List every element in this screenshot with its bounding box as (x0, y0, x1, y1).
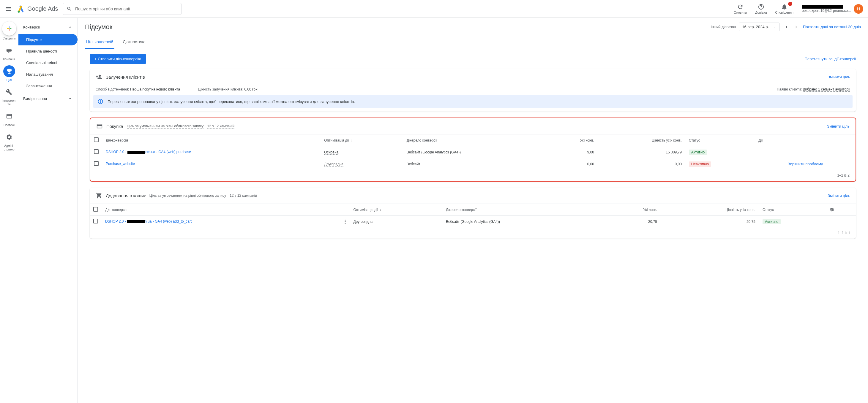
purchase-table: Дія-конверсія Оптимізація дії↓ Джерело к… (90, 134, 856, 170)
google-ads-icon (17, 5, 25, 13)
rail-admin[interactable]: Адміні- стратор (3, 131, 15, 152)
megaphone-icon (6, 47, 12, 54)
cart-title: Додавання в кошик (106, 193, 146, 198)
help-icon (758, 4, 764, 10)
menu-icon[interactable] (5, 5, 12, 12)
svg-point-0 (18, 10, 20, 12)
nav-value-rules[interactable]: Правила цінності (19, 45, 78, 57)
cart-table: Дія-конверсія Оптимізація дії↓ Джерело к… (90, 204, 856, 227)
secondary-nav: Конверсії Підсумок Правила цінності Спец… (19, 18, 78, 403)
col-action[interactable]: Дія-конверсія (102, 204, 350, 216)
search-input[interactable] (75, 6, 178, 11)
info-icon (97, 99, 103, 104)
purchase-default-goal[interactable]: Ціль за умовчанням на рівні облікового з… (127, 124, 204, 129)
left-rail: Створити Кампанії Цілі Інструмен- ти Пла… (0, 18, 19, 403)
sort-arrow-icon: ↓ (350, 138, 352, 142)
acquisition-change-goal[interactable]: Змінити ціль (828, 75, 850, 79)
select-all-checkbox[interactable] (94, 137, 99, 142)
date-picker[interactable]: 16 вер. 2024 р. (739, 23, 780, 31)
acquisition-card: Залучення клієнтів Змінити ціль Спосіб в… (90, 69, 856, 111)
rail-tools[interactable]: Інструмен- ти (2, 86, 17, 106)
cart-campaigns-link[interactable]: 12 з 12 кампаній (229, 194, 257, 198)
row-checkbox[interactable] (93, 219, 98, 224)
status-badge: Активно (763, 219, 781, 224)
col-actions[interactable]: Дії (755, 134, 856, 146)
purchase-pagination: 1–2 із 2 (90, 170, 856, 181)
nav-group-conversions[interactable]: Конверсії (19, 20, 78, 34)
select-all-checkbox[interactable] (93, 207, 98, 211)
cart-card: Додавання в кошик Ціль за умовчанням на … (90, 188, 856, 239)
date-range-label: Інший діапазон (711, 25, 736, 29)
trophy-icon (6, 68, 12, 74)
col-source[interactable]: Джерело конверсії (442, 204, 605, 216)
nav-custom-vars[interactable]: Спеціальні змінні (19, 57, 78, 69)
col-all-conv[interactable]: Усі конв. (548, 134, 598, 146)
dropdown-icon (773, 25, 776, 29)
bell-icon (781, 4, 787, 10)
refresh-icon (737, 4, 744, 10)
top-header: Google Ads Оновити Довідка Сповіщення be… (0, 0, 868, 18)
main-content: Підсумок Інший діапазон 16 вер. 2024 р. … (78, 18, 868, 403)
date-controls: Інший діапазон 16 вер. 2024 р. Показати … (711, 23, 861, 31)
row-checkbox[interactable] (94, 149, 99, 154)
avatar[interactable]: Н (854, 4, 863, 14)
col-status[interactable]: Статус (759, 204, 826, 216)
col-value[interactable]: Цінність усіх конв. (661, 204, 759, 216)
card-icon (6, 113, 12, 120)
account-name-redacted (802, 5, 843, 9)
rail-billing[interactable]: Платежі (3, 110, 15, 127)
tab-goals[interactable]: Цілі конверсій (85, 36, 114, 49)
conversion-link[interactable]: DSHOP 2.0 - om.ua - GA4 (web) purchase (106, 150, 191, 154)
person-add-icon (96, 74, 102, 80)
account-info[interactable]: best.expert.19@k2-promo.co... Н (802, 4, 863, 14)
refresh-button[interactable]: Оновити (731, 2, 750, 15)
nav-group-measurement[interactable]: Вимірювання (19, 92, 78, 105)
credit-card-icon (96, 123, 103, 129)
rail-goals[interactable]: Цілі (3, 65, 15, 82)
table-row: Purchase_website Другорядна Вебсайт 0,00… (90, 158, 856, 170)
col-optimization[interactable]: Оптимізація дії↓ (320, 134, 403, 146)
audience-segment-link[interactable]: Вибрано 1 сегмент аудиторії (803, 87, 850, 92)
rail-campaigns[interactable]: Кампанії (3, 44, 15, 61)
cart-change-goal[interactable]: Змінити ціль (828, 194, 850, 198)
col-actions[interactable]: Дії (826, 204, 856, 216)
logo[interactable]: Google Ads (17, 5, 58, 13)
col-action[interactable]: Дія-конверсія (102, 134, 320, 146)
notifications-button[interactable]: Сповіщення (772, 2, 797, 15)
fix-issue-link[interactable]: Вирішити проблему (787, 162, 823, 166)
help-button[interactable]: Довідка (752, 2, 770, 15)
nav-downloads[interactable]: Завантаження (19, 80, 78, 92)
gear-icon (6, 134, 12, 140)
fab-create[interactable] (2, 21, 16, 36)
date-prev-button[interactable] (783, 24, 790, 31)
col-optimization[interactable]: Оптимізація дії↓ (350, 204, 442, 216)
rail-create[interactable]: Створити (2, 21, 16, 40)
plus-icon (6, 25, 12, 32)
search-box[interactable] (63, 3, 182, 15)
col-status[interactable]: Статус (685, 134, 755, 146)
conversion-link[interactable]: Purchase_website (106, 162, 135, 166)
create-conversion-button[interactable]: + Створити дію-конверсію (90, 54, 146, 64)
purchase-campaigns-link[interactable]: 12 з 12 кампаній (207, 124, 235, 129)
table-row: DSHOP 2.0 - n.ua - GA4 (web) add_to_cart… (90, 216, 856, 228)
tabs: Цілі конверсій Діагностика (85, 36, 861, 49)
nav-summary[interactable]: Підсумок (19, 34, 78, 45)
conversion-link[interactable]: DSHOP 2.0 - n.ua - GA4 (web) add_to_cart (105, 219, 192, 224)
purchase-card: Покупка Ціль за умовчанням на рівні облі… (90, 117, 856, 181)
purchase-change-goal[interactable]: Змінити ціль (827, 124, 849, 129)
cart-default-goal[interactable]: Ціль за умовчанням на рівні облікового з… (149, 194, 226, 198)
logo-text: Google Ads (27, 5, 58, 12)
table-row: DSHOP 2.0 - om.ua - GA4 (web) purchase О… (90, 146, 856, 158)
last-30-days-link[interactable]: Показати дані за останні 30 днів (803, 25, 861, 29)
date-next-button[interactable] (793, 24, 800, 31)
col-source[interactable]: Джерело конверсії (403, 134, 548, 146)
row-checkbox[interactable] (94, 161, 99, 166)
more-icon[interactable] (342, 219, 348, 224)
nav-settings[interactable]: Налаштування (19, 69, 78, 80)
svg-point-5 (100, 100, 101, 101)
col-value[interactable]: Цінність усіх конв. (598, 134, 685, 146)
tab-diagnostics[interactable]: Діагностика (122, 36, 147, 49)
purchase-title: Покупка (106, 124, 123, 129)
view-all-conversions-link[interactable]: Переглянути всі дії-конверсії (805, 57, 856, 61)
col-all-conv[interactable]: Усі конв. (604, 204, 661, 216)
